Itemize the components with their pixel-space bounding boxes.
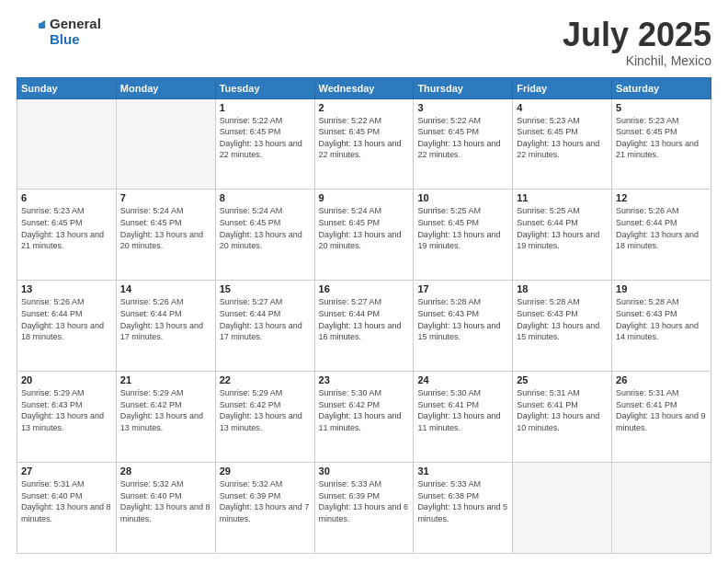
day-number: 7 — [120, 192, 211, 203]
day-info: Sunrise: 5:31 AM Sunset: 6:41 PM Dayligh… — [517, 387, 608, 433]
header: General Blue July 2025 Kinchil, Mexico — [17, 17, 711, 68]
day-info: Sunrise: 5:30 AM Sunset: 6:41 PM Dayligh… — [417, 387, 508, 433]
table-row: 3 Sunrise: 5:22 AM Sunset: 6:45 PM Dayli… — [414, 98, 513, 190]
day-number: 3 — [417, 102, 508, 113]
day-info: Sunrise: 5:24 AM Sunset: 6:45 PM Dayligh… — [319, 205, 410, 251]
day-number: 26 — [616, 374, 707, 385]
col-friday: Friday — [513, 77, 612, 98]
calendar-week-row: 1 Sunrise: 5:22 AM Sunset: 6:45 PM Dayli… — [17, 98, 711, 190]
day-info: Sunrise: 5:25 AM Sunset: 6:45 PM Dayligh… — [417, 205, 508, 251]
day-info: Sunrise: 5:25 AM Sunset: 6:44 PM Dayligh… — [517, 205, 608, 251]
table-row: 10 Sunrise: 5:25 AM Sunset: 6:45 PM Dayl… — [414, 190, 513, 281]
table-row: 20 Sunrise: 5:29 AM Sunset: 6:43 PM Dayl… — [17, 372, 117, 463]
title-block: July 2025 Kinchil, Mexico — [563, 17, 711, 68]
calendar-table: Sunday Monday Tuesday Wednesday Thursday… — [17, 77, 711, 554]
day-info: Sunrise: 5:29 AM Sunset: 6:43 PM Dayligh… — [21, 387, 112, 433]
table-row: 14 Sunrise: 5:26 AM Sunset: 6:44 PM Dayl… — [116, 281, 215, 372]
table-row: 15 Sunrise: 5:27 AM Sunset: 6:44 PM Dayl… — [215, 281, 314, 372]
day-number: 25 — [517, 374, 608, 385]
day-number: 30 — [319, 465, 410, 477]
table-row: 27 Sunrise: 5:31 AM Sunset: 6:40 PM Dayl… — [17, 463, 117, 554]
logo-general-text: General — [50, 17, 101, 32]
day-info: Sunrise: 5:28 AM Sunset: 6:43 PM Dayligh… — [517, 296, 608, 342]
day-info: Sunrise: 5:29 AM Sunset: 6:42 PM Dayligh… — [220, 387, 311, 433]
day-info: Sunrise: 5:26 AM Sunset: 6:44 PM Dayligh… — [120, 296, 211, 342]
table-row — [17, 98, 117, 190]
day-number: 28 — [120, 465, 211, 477]
calendar-week-row: 6 Sunrise: 5:23 AM Sunset: 6:45 PM Dayli… — [17, 190, 711, 281]
table-row: 29 Sunrise: 5:32 AM Sunset: 6:39 PM Dayl… — [215, 463, 314, 554]
logo-blue-text: Blue — [50, 32, 101, 48]
table-row: 25 Sunrise: 5:31 AM Sunset: 6:41 PM Dayl… — [513, 372, 612, 463]
logo: General Blue — [17, 17, 101, 47]
day-number: 10 — [417, 192, 508, 203]
day-number: 13 — [21, 283, 112, 294]
table-row: 12 Sunrise: 5:26 AM Sunset: 6:44 PM Dayl… — [612, 190, 711, 281]
day-number: 4 — [517, 102, 608, 113]
table-row: 5 Sunrise: 5:23 AM Sunset: 6:45 PM Dayli… — [612, 98, 711, 190]
day-number: 9 — [319, 192, 410, 203]
day-number: 20 — [21, 374, 112, 385]
table-row — [513, 463, 612, 554]
table-row: 17 Sunrise: 5:28 AM Sunset: 6:43 PM Dayl… — [414, 281, 513, 372]
calendar-week-row: 27 Sunrise: 5:31 AM Sunset: 6:40 PM Dayl… — [17, 463, 711, 554]
day-info: Sunrise: 5:22 AM Sunset: 6:45 PM Dayligh… — [220, 115, 311, 161]
col-thursday: Thursday — [414, 77, 513, 98]
day-info: Sunrise: 5:23 AM Sunset: 6:45 PM Dayligh… — [616, 115, 707, 161]
day-info: Sunrise: 5:28 AM Sunset: 6:43 PM Dayligh… — [417, 296, 508, 342]
col-sunday: Sunday — [17, 77, 117, 98]
day-number: 2 — [319, 102, 410, 113]
day-info: Sunrise: 5:33 AM Sunset: 6:38 PM Dayligh… — [417, 478, 508, 524]
table-row — [116, 98, 215, 190]
day-info: Sunrise: 5:32 AM Sunset: 6:39 PM Dayligh… — [220, 478, 311, 524]
day-info: Sunrise: 5:30 AM Sunset: 6:42 PM Dayligh… — [319, 387, 410, 433]
day-number: 23 — [319, 374, 410, 385]
table-row: 24 Sunrise: 5:30 AM Sunset: 6:41 PM Dayl… — [414, 372, 513, 463]
day-number: 8 — [220, 192, 311, 203]
day-info: Sunrise: 5:24 AM Sunset: 6:45 PM Dayligh… — [120, 205, 211, 251]
day-number: 22 — [220, 374, 311, 385]
day-number: 18 — [517, 283, 608, 294]
day-number: 6 — [21, 192, 112, 203]
day-info: Sunrise: 5:32 AM Sunset: 6:40 PM Dayligh… — [120, 478, 211, 524]
table-row: 21 Sunrise: 5:29 AM Sunset: 6:42 PM Dayl… — [116, 372, 215, 463]
logo-icon — [17, 17, 46, 47]
table-row — [612, 463, 711, 554]
day-info: Sunrise: 5:27 AM Sunset: 6:44 PM Dayligh… — [319, 296, 410, 342]
day-number: 1 — [220, 102, 311, 113]
day-info: Sunrise: 5:26 AM Sunset: 6:44 PM Dayligh… — [21, 296, 112, 342]
day-info: Sunrise: 5:29 AM Sunset: 6:42 PM Dayligh… — [120, 387, 211, 433]
day-info: Sunrise: 5:23 AM Sunset: 6:45 PM Dayligh… — [21, 205, 112, 251]
day-number: 17 — [417, 283, 508, 294]
title-month: July 2025 — [563, 17, 711, 53]
day-number: 12 — [616, 192, 707, 203]
day-number: 31 — [417, 465, 508, 477]
table-row: 4 Sunrise: 5:23 AM Sunset: 6:45 PM Dayli… — [513, 98, 612, 190]
table-row: 28 Sunrise: 5:32 AM Sunset: 6:40 PM Dayl… — [116, 463, 215, 554]
table-row: 16 Sunrise: 5:27 AM Sunset: 6:44 PM Dayl… — [314, 281, 414, 372]
day-number: 14 — [120, 283, 211, 294]
day-info: Sunrise: 5:28 AM Sunset: 6:43 PM Dayligh… — [616, 296, 707, 342]
table-row: 22 Sunrise: 5:29 AM Sunset: 6:42 PM Dayl… — [215, 372, 314, 463]
day-number: 29 — [220, 465, 311, 477]
table-row: 9 Sunrise: 5:24 AM Sunset: 6:45 PM Dayli… — [314, 190, 414, 281]
table-row: 18 Sunrise: 5:28 AM Sunset: 6:43 PM Dayl… — [513, 281, 612, 372]
day-info: Sunrise: 5:22 AM Sunset: 6:45 PM Dayligh… — [319, 115, 410, 161]
table-row: 1 Sunrise: 5:22 AM Sunset: 6:45 PM Dayli… — [215, 98, 314, 190]
day-info: Sunrise: 5:23 AM Sunset: 6:45 PM Dayligh… — [517, 115, 608, 161]
day-number: 16 — [319, 283, 410, 294]
col-wednesday: Wednesday — [314, 77, 414, 98]
calendar-header-row: Sunday Monday Tuesday Wednesday Thursday… — [17, 77, 711, 98]
table-row: 31 Sunrise: 5:33 AM Sunset: 6:38 PM Dayl… — [414, 463, 513, 554]
table-row: 23 Sunrise: 5:30 AM Sunset: 6:42 PM Dayl… — [314, 372, 414, 463]
col-tuesday: Tuesday — [215, 77, 314, 98]
calendar-week-row: 20 Sunrise: 5:29 AM Sunset: 6:43 PM Dayl… — [17, 372, 711, 463]
day-number: 11 — [517, 192, 608, 203]
day-number: 19 — [616, 283, 707, 294]
table-row: 11 Sunrise: 5:25 AM Sunset: 6:44 PM Dayl… — [513, 190, 612, 281]
table-row: 2 Sunrise: 5:22 AM Sunset: 6:45 PM Dayli… — [314, 98, 414, 190]
table-row: 19 Sunrise: 5:28 AM Sunset: 6:43 PM Dayl… — [612, 281, 711, 372]
col-saturday: Saturday — [612, 77, 711, 98]
day-number: 5 — [616, 102, 707, 113]
day-info: Sunrise: 5:33 AM Sunset: 6:39 PM Dayligh… — [319, 478, 410, 524]
